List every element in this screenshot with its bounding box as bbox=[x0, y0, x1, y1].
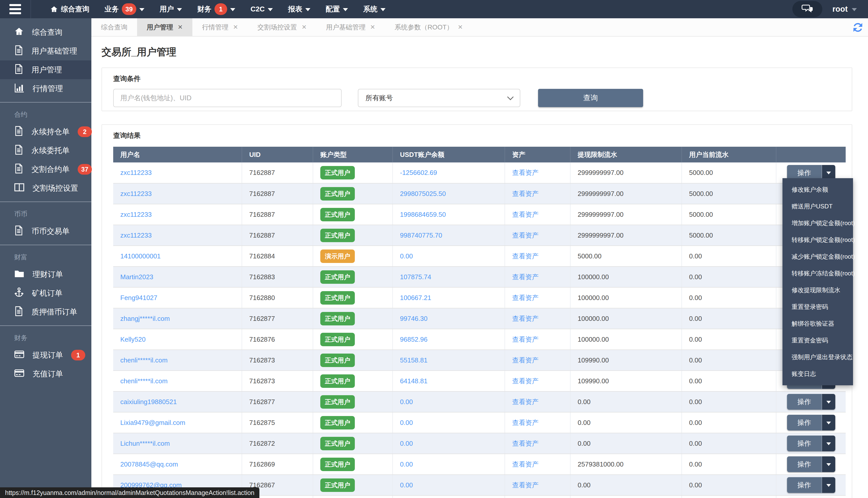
username-link[interactable]: 20078845@qq.com bbox=[120, 460, 178, 468]
view-assets-link[interactable]: 查看资产 bbox=[512, 232, 539, 239]
view-assets-link[interactable]: 查看资产 bbox=[512, 419, 539, 427]
usdt-balance-link[interactable]: 99746.30 bbox=[400, 315, 428, 322]
username-link[interactable]: Lixia9479@gmail.com bbox=[120, 419, 185, 427]
tab[interactable]: 交割场控设置 ✕ bbox=[248, 18, 316, 36]
usdt-balance-link[interactable]: -1256602.69 bbox=[400, 169, 437, 176]
usdt-balance-link[interactable]: 64148.81 bbox=[400, 377, 428, 385]
sidebar-item[interactable]: 质押借币订单 bbox=[0, 303, 91, 321]
action-menu-item[interactable]: 强制用户退出登录状态 bbox=[782, 349, 853, 366]
action-dropdown-toggle[interactable] bbox=[822, 394, 835, 410]
sidebar-item[interactable]: 用户管理 bbox=[0, 61, 91, 79]
action-menu-item[interactable]: 增加账户锁定金额(root) bbox=[782, 215, 853, 232]
nav-menu-item[interactable]: 用户 bbox=[152, 0, 189, 18]
action-dropdown-toggle[interactable] bbox=[822, 435, 835, 451]
usdt-balance-link[interactable]: 0.00 bbox=[400, 419, 413, 427]
usdt-balance-link[interactable]: 96852.96 bbox=[400, 336, 428, 343]
action-button-label[interactable]: 操作 bbox=[787, 477, 822, 493]
sidebar-item[interactable]: 行情管理 bbox=[0, 79, 91, 98]
action-split-button[interactable]: 操作 bbox=[787, 394, 835, 410]
usdt-balance-link[interactable]: 107875.74 bbox=[400, 273, 431, 281]
usdt-balance-link[interactable]: 2998075025.50 bbox=[400, 190, 446, 197]
usdt-balance-link[interactable]: 0.00 bbox=[400, 398, 413, 406]
action-menu-item[interactable]: 重置资金密码 bbox=[782, 332, 853, 349]
close-icon[interactable]: ✕ bbox=[302, 24, 306, 31]
action-split-button[interactable]: 操作 bbox=[787, 456, 835, 472]
view-assets-link[interactable]: 查看资产 bbox=[512, 315, 539, 322]
username-link[interactable]: Feng941027 bbox=[120, 294, 157, 302]
usdt-balance-link[interactable]: 55158.81 bbox=[400, 356, 428, 364]
sidebar-item[interactable]: 币币交易单 bbox=[0, 222, 91, 241]
view-assets-link[interactable]: 查看资产 bbox=[512, 377, 539, 385]
view-assets-link[interactable]: 查看资产 bbox=[512, 294, 539, 302]
tab[interactable]: 用户管理 ✕ bbox=[137, 18, 193, 36]
action-button-label[interactable]: 操作 bbox=[787, 456, 822, 472]
sidebar-item[interactable]: 永续持仓单 2 bbox=[0, 122, 91, 141]
action-split-button[interactable]: 操作 bbox=[787, 477, 835, 493]
tab[interactable]: 行情管理 ✕ bbox=[193, 18, 248, 36]
username-link[interactable]: chenli*****il.com bbox=[120, 356, 168, 364]
nav-menu-item[interactable]: 业务 39 bbox=[97, 0, 152, 18]
view-assets-link[interactable]: 查看资产 bbox=[512, 481, 539, 489]
nav-menu-item[interactable]: 综合查询 bbox=[43, 0, 97, 18]
nav-menu-item[interactable]: 配置 bbox=[318, 0, 356, 18]
action-button-label[interactable]: 操作 bbox=[787, 435, 822, 451]
keyword-input[interactable] bbox=[113, 89, 342, 107]
sidebar-item[interactable]: 充值订单 bbox=[0, 365, 91, 383]
nav-menu-item[interactable]: 财务 1 bbox=[189, 0, 243, 18]
nav-menu-item[interactable]: 系统 bbox=[356, 0, 393, 18]
view-assets-link[interactable]: 查看资产 bbox=[512, 190, 539, 197]
usdt-balance-link[interactable]: 0.00 bbox=[400, 440, 413, 447]
usdt-balance-link[interactable]: 0.00 bbox=[400, 252, 413, 260]
view-assets-link[interactable]: 查看资产 bbox=[512, 211, 539, 218]
view-assets-link[interactable]: 查看资产 bbox=[512, 273, 539, 281]
username-link[interactable]: zxc112233 bbox=[120, 169, 152, 176]
action-dropdown-toggle[interactable] bbox=[822, 477, 835, 493]
close-icon[interactable]: ✕ bbox=[458, 24, 463, 31]
view-assets-link[interactable]: 查看资产 bbox=[512, 356, 539, 364]
close-icon[interactable]: ✕ bbox=[233, 24, 238, 31]
action-button-label[interactable]: 操作 bbox=[787, 394, 822, 410]
action-menu-item[interactable]: 修改账户余额 bbox=[782, 181, 853, 198]
view-assets-link[interactable]: 查看资产 bbox=[512, 336, 539, 343]
refresh-button[interactable] bbox=[851, 21, 865, 34]
tab[interactable]: 用户基础管理 ✕ bbox=[316, 18, 385, 36]
action-button-label[interactable]: 操作 bbox=[787, 415, 822, 431]
action-dropdown-toggle[interactable] bbox=[822, 456, 835, 472]
sidebar-item[interactable]: 永续委托单 bbox=[0, 141, 91, 160]
close-icon[interactable]: ✕ bbox=[370, 24, 375, 31]
usdt-balance-link[interactable]: 998740775.70 bbox=[400, 232, 442, 239]
sidebar-item[interactable]: 综合查询 bbox=[0, 23, 91, 42]
view-assets-link[interactable]: 查看资产 bbox=[512, 440, 539, 447]
sidebar-item[interactable]: 矿机订单 bbox=[0, 284, 91, 303]
action-split-button[interactable]: 操作 bbox=[787, 415, 835, 431]
username-link[interactable]: zxc112233 bbox=[120, 211, 152, 218]
action-menu-item[interactable]: 转移账户锁定金额(root) bbox=[782, 232, 853, 248]
sidebar-item[interactable]: 理财订单 bbox=[0, 265, 91, 284]
username-link[interactable]: Kelly520 bbox=[120, 336, 146, 343]
username-link[interactable]: zxc112233 bbox=[120, 190, 152, 197]
account-type-select[interactable]: 所有账号 bbox=[358, 89, 520, 107]
messages-button[interactable] bbox=[792, 1, 822, 17]
usdt-balance-link[interactable]: 1998684659.50 bbox=[400, 211, 446, 218]
usdt-balance-link[interactable]: 0.00 bbox=[400, 481, 413, 489]
sidebar-item[interactable]: 交割合约单 37 bbox=[0, 160, 91, 179]
action-menu-item[interactable]: 修改提现限制流水 bbox=[782, 282, 853, 299]
username-link[interactable]: zhangj*****il.com bbox=[120, 315, 170, 322]
nav-menu-item[interactable]: 报表 bbox=[280, 0, 318, 18]
action-dropdown-toggle[interactable] bbox=[822, 415, 835, 431]
usdt-balance-link[interactable]: 100667.21 bbox=[400, 294, 431, 302]
username-link[interactable]: 14100000001 bbox=[120, 252, 161, 260]
username-link[interactable]: zxc112233 bbox=[120, 232, 152, 239]
action-menu-item[interactable]: 解绑谷歌验证器 bbox=[782, 315, 853, 332]
usdt-balance-link[interactable]: 0.00 bbox=[400, 460, 413, 468]
action-menu-item[interactable]: 重置登录密码 bbox=[782, 299, 853, 315]
sidebar-item[interactable]: 交割场控设置 bbox=[0, 179, 91, 197]
view-assets-link[interactable]: 查看资产 bbox=[512, 460, 539, 468]
close-icon[interactable]: ✕ bbox=[177, 24, 183, 31]
sidebar-item[interactable]: 用户基础管理 bbox=[0, 42, 91, 61]
action-menu-item[interactable]: 账变日志 bbox=[782, 366, 853, 382]
username-link[interactable]: chenli*****il.com bbox=[120, 377, 168, 385]
view-assets-link[interactable]: 查看资产 bbox=[512, 398, 539, 406]
view-assets-link[interactable]: 查看资产 bbox=[512, 169, 539, 176]
tab[interactable]: 综合查询 bbox=[91, 18, 137, 36]
